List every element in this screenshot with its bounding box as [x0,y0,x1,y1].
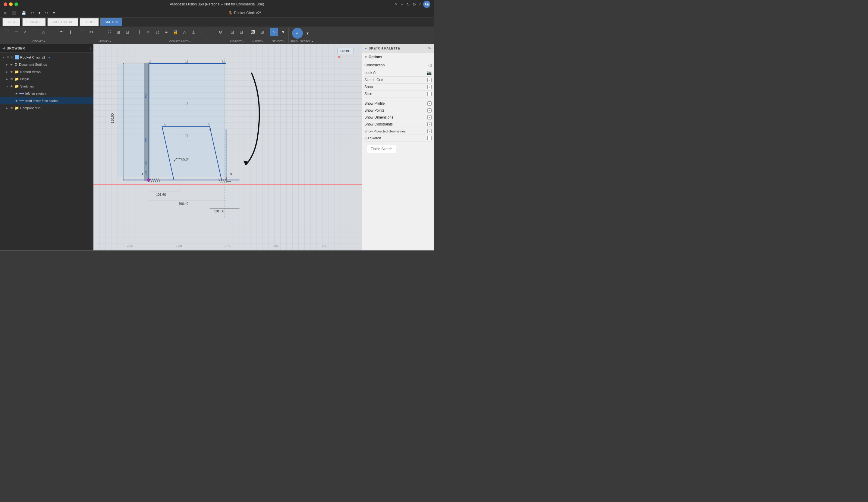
parallel-tool[interactable]: △ [180,28,189,36]
undo-dropdown-button[interactable]: ▾ [37,10,42,16]
slot-tool[interactable]: ⊣ [48,28,56,36]
lock-icon-rocket-chair[interactable]: ⚙ [11,56,13,59]
visibility-icon-origin[interactable]: 👁 [10,78,13,81]
redo-button[interactable]: ↷ [43,10,50,16]
browser-expand-icon[interactable]: | [90,47,91,50]
visibility-icon-component1[interactable]: 👁 [10,107,13,110]
visibility-icon-doc-settings[interactable]: 👁 [10,63,13,66]
extend-tool[interactable]: ⊢ [96,28,105,36]
palette-section-options[interactable]: ▼ Options [364,55,432,59]
select-tool[interactable]: ↖ [270,28,278,36]
select-label[interactable]: SELECT ▾ [272,40,285,43]
show-points-checkbox[interactable]: ✓ [427,108,432,112]
tree-item-component1[interactable]: ▶ 👁 📁 Component1:1 [0,104,93,112]
finish-sketch-checkmark[interactable]: ✓ [292,28,303,39]
help-icon[interactable]: ? [418,2,421,6]
modify-label[interactable]: MODIFY ▾ [99,40,111,43]
finish-sketch-button[interactable]: Finish Sketch [367,145,396,153]
look-at-icon[interactable]: 📷 [426,70,432,75]
line-tool[interactable]: ⌒ [3,28,11,36]
create-label[interactable]: CREATE ▾ [32,40,45,43]
construction-angle-icon[interactable]: ◁ [428,63,432,68]
show-constraints-checkbox[interactable]: ✓ [427,122,432,127]
palette-row-sketch-grid: Sketch Grid ✓ [364,77,432,83]
spline-tool[interactable]: 〜 [57,28,66,36]
tab-solid[interactable]: SOLID [2,18,21,26]
insert-btn[interactable]: ⊞ [258,28,267,36]
sync-icon[interactable]: ↻ [406,2,410,7]
maximize-button[interactable] [14,2,18,6]
new-tab-icon[interactable]: ＋ [400,2,404,7]
tangent-tool[interactable]: ⊙ [216,28,225,36]
mirror-tool[interactable]: ⊟ [123,28,132,36]
front-face-label[interactable]: FRONT [338,48,354,54]
cube-close-icon[interactable]: ✕ [338,55,341,59]
tab-sketch[interactable]: SKETCH [100,18,122,26]
tab-sheet-metal[interactable]: SHEET METAL [47,18,79,26]
collinear-tool[interactable]: ≡ [144,28,153,36]
fillet-tool[interactable]: ⌒ [78,28,86,36]
tree-item-left-leg-sketch[interactable]: ▶ 👁 left leg sketch [0,90,93,97]
horiz-tool[interactable]: ⊢ [198,28,207,36]
visibility-icon-rocket-chair[interactable]: 👁 [7,56,10,59]
finish-sketch-dropdown[interactable]: ▾ [303,29,312,37]
circle-tool[interactable]: ○ [21,28,30,36]
settings-icon[interactable]: ⚙ [412,2,416,7]
visibility-icon-named-views[interactable]: 👁 [10,70,13,74]
tree-item-rocket-chair[interactable]: ▼ 👁 ⚙ Rocket Chair v2 ● [0,54,93,61]
finish-sketch-label[interactable]: FINISH SKETCH ▾ [291,40,313,43]
grid-menu-button[interactable]: ⊞ [2,10,9,16]
tree-item-origin[interactable]: ▶ 👁 📁 Origin [0,76,93,83]
insert-image-tool[interactable]: 🖼 [249,28,257,36]
undo-button[interactable]: ↶ [29,10,35,16]
show-dimensions-checkbox[interactable]: ✓ [427,115,432,119]
show-projected-checkbox[interactable]: ✓ [427,129,432,133]
tree-item-named-views[interactable]: ▶ 👁 📁 Named Views [0,68,93,76]
save-button[interactable]: 💾 [20,10,28,16]
visibility-icon-sketches[interactable]: 👁 [10,85,13,88]
coincident-tool[interactable]: | [135,28,143,36]
select-dropdown[interactable]: ▾ [279,28,287,36]
redo-dropdown-button[interactable]: ▾ [51,10,56,16]
insert-label[interactable]: INSERT ▾ [252,40,264,43]
gear-icon-doc-settings: ⚙ [14,62,18,67]
slice-checkbox[interactable] [427,92,432,96]
poly-tool[interactable]: △ [39,28,48,36]
sketch-grid-checkbox[interactable]: ✓ [427,78,432,82]
measure-tool[interactable]: ⊡ [228,28,237,36]
visibility-icon-front-lower[interactable]: 👁 [15,99,18,103]
snap-checkbox[interactable]: ✓ [427,85,432,89]
offset-tool[interactable]: ⊞ [114,28,123,36]
browser-collapse-icon[interactable]: ◀ [2,47,5,50]
tree-item-front-lower-face-sketch[interactable]: ▶ 👁 front lower face sketch [0,97,93,104]
vert-tool[interactable]: ⊣ [207,28,216,36]
break-tool[interactable]: 〈〉 [105,28,114,36]
rect-tool[interactable]: ▭ [12,28,21,36]
perp-tool[interactable]: ⊥ [189,28,198,36]
inspect-label[interactable]: INSPECT ▾ [230,40,244,43]
concentric-tool[interactable]: ◎ [153,28,162,36]
close-icon[interactable]: ✕ [395,2,398,6]
tab-tools[interactable]: TOOLS [80,18,99,26]
arc-tool[interactable]: ⌒ [30,28,39,36]
trim-tool[interactable]: ✂ [87,28,95,36]
tab-surface[interactable]: SURFACE [22,18,46,26]
tree-item-sketches[interactable]: ▼ 👁 📁 Sketches [0,83,93,90]
show-profile-checkbox[interactable]: ✓ [427,101,432,106]
close-button[interactable] [3,2,7,6]
conic-tool[interactable]: ∫ [66,28,75,36]
tree-item-doc-settings[interactable]: ▶ 👁 ⚙ Document Settings [0,61,93,68]
axis-label-minus375: -375 [225,245,230,248]
palette-expand-icon[interactable]: ≫ [428,47,431,50]
inspect-tool[interactable]: ⊟ [237,28,246,36]
visibility-icon-left-leg[interactable]: 👁 [15,92,18,95]
canvas-area[interactable]: -625 -500 -375 -250 -125 FRONT ✕ [93,44,362,250]
fixed-tool[interactable]: 🔒 [171,28,180,36]
minimize-button[interactable] [9,2,13,6]
midpoint-tool[interactable]: = [162,28,170,36]
app-icon-button[interactable]: ⬛ [10,10,18,16]
user-avatar[interactable]: AE [423,1,431,8]
palette-row-slice: Slice [364,90,432,98]
constraints-label[interactable]: CONSTRAINTS ▾ [169,40,191,43]
3d-sketch-checkbox[interactable] [427,136,432,140]
